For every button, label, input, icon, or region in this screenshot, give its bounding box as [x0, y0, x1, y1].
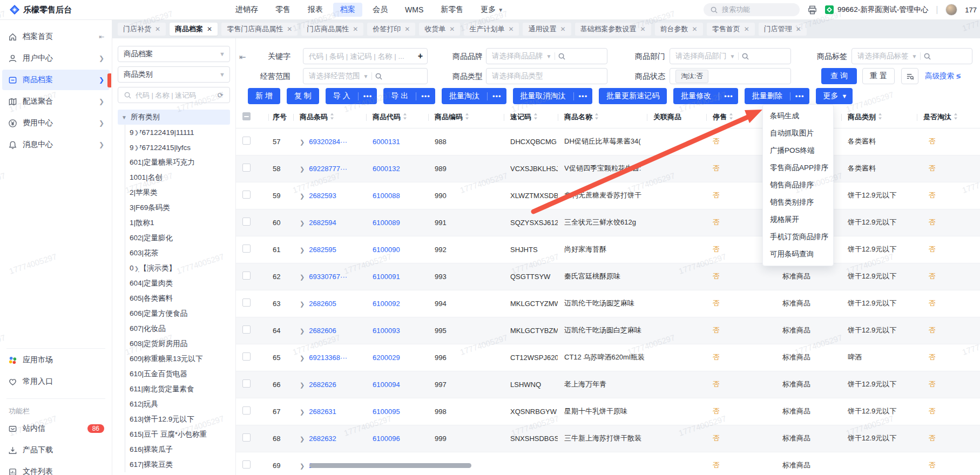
chevron-right-icon[interactable]: ❯	[133, 130, 140, 135]
close-icon[interactable]: ✕	[404, 25, 410, 33]
close-icon[interactable]: ✕	[155, 25, 160, 33]
menu-item-销售商品排序[interactable]: 销售商品排序	[763, 177, 833, 194]
barcode-link[interactable]: 69330767···	[309, 273, 347, 281]
nav-item-进销存[interactable]: 进销存	[228, 3, 265, 17]
code-link[interactable]: 6100095	[373, 408, 400, 416]
nav-item-更多[interactable]: 更多▼	[474, 3, 510, 17]
barcode-link[interactable]: 69228777···	[309, 165, 347, 173]
barcode-link[interactable]: 2682631	[309, 408, 336, 416]
tree-node[interactable]: ❯01|【演示类】	[130, 261, 230, 276]
tree-node[interactable]: 607|化妆品	[130, 321, 230, 336]
tree-node[interactable]: 606|定量方便食品	[130, 306, 230, 321]
tree-node[interactable]: 616|裸装瓜子	[130, 442, 230, 457]
row-checkbox[interactable]	[242, 379, 251, 388]
row-expand-icon[interactable]: ❯	[300, 382, 305, 388]
dept-select[interactable]: 请选择商品部门 ▼	[670, 48, 791, 64]
nav-item-零售[interactable]: 零售	[268, 3, 298, 17]
toolbar-button-批量取消淘汰[interactable]: 批量取消淘汰•••	[513, 88, 593, 104]
row-expand-icon[interactable]: ❯	[300, 139, 305, 145]
tree-node[interactable]: 2|苹果类	[130, 185, 230, 200]
nav-item-档案[interactable]: 档案	[333, 3, 362, 17]
sidebar-item-配送聚合[interactable]: 配送聚合❯	[0, 91, 112, 112]
row-checkbox[interactable]	[242, 137, 251, 145]
col-category[interactable]: 商品类别	[841, 106, 917, 128]
dimension-select[interactable]: 商品类别 ▼	[118, 66, 230, 83]
row-checkbox[interactable]	[242, 218, 251, 226]
menu-item-自动抓取图片[interactable]: 自动抓取图片	[763, 125, 833, 142]
menu-item-手机订货商品排序[interactable]: 手机订货商品排序	[763, 228, 833, 246]
collapse-sidebar-icon[interactable]: ⇤	[99, 33, 104, 40]
tab-零售门店商品属性[interactable]: 零售门店商品属性✕	[221, 23, 298, 36]
col-bianma[interactable]: 商品编码	[428, 106, 504, 128]
tab-门店管理[interactable]: 门店管理✕	[759, 23, 807, 36]
module-select[interactable]: 商品档案 ▼	[118, 46, 230, 62]
close-icon[interactable]: ✕	[640, 25, 646, 33]
code-link[interactable]: 6100089	[373, 219, 400, 227]
tree-search-input[interactable]	[136, 91, 212, 99]
tree-node[interactable]: 610|五金百货电器	[130, 367, 230, 382]
tab-生产计划单[interactable]: 生产计划单✕	[464, 23, 519, 36]
search-icon[interactable]	[375, 73, 382, 80]
avatar[interactable]	[945, 4, 957, 16]
more-options-icon[interactable]: •••	[416, 92, 435, 100]
col-name[interactable]: 商品名称	[558, 106, 647, 128]
tree-node[interactable]: 601|定量糖果巧克力	[130, 155, 230, 170]
tab-基础档案参数设置[interactable]: 基础档案参数设置✕	[575, 23, 651, 36]
sidebar-item-用户中心[interactable]: 用户中心❯	[0, 48, 112, 69]
brand-select[interactable]: 请选择商品品牌 ▼	[486, 48, 607, 64]
select-all-checkbox[interactable]	[242, 112, 251, 120]
chevron-down-icon[interactable]: ▼	[121, 114, 127, 120]
tree-node[interactable]: 3|F69条码类	[130, 200, 230, 215]
toolbar-button-新增[interactable]: 新 增	[248, 88, 280, 104]
toolbar-button-批量删除[interactable]: 批量删除•••	[745, 88, 809, 104]
nav-item-报表[interactable]: 报表	[301, 3, 330, 17]
tree-node[interactable]: 609|称重糖果13元以下	[130, 351, 230, 367]
search-icon[interactable]	[742, 53, 749, 60]
row-expand-icon[interactable]: ❯	[300, 166, 305, 172]
tree-node[interactable]: 603|花茶	[130, 246, 230, 261]
close-icon[interactable]: ✕	[744, 25, 749, 33]
reset-button[interactable]: 重 置	[862, 68, 895, 84]
code-link[interactable]: 6100093	[373, 327, 400, 335]
row-checkbox[interactable]	[242, 298, 251, 307]
barcode-link[interactable]: 2682595	[309, 246, 336, 254]
tab-门店补货[interactable]: 门店补货✕	[118, 23, 166, 36]
type-select[interactable]: 请选择商品类型	[486, 68, 607, 84]
sidebar-item-商品档案[interactable]: 商品档案❯	[2, 70, 110, 90]
close-icon[interactable]: ✕	[560, 25, 565, 33]
code-link[interactable]: 6200029	[373, 354, 400, 362]
barcode-link[interactable]: 2682605	[309, 300, 336, 308]
tab-商品档案[interactable]: 商品档案✕	[170, 23, 218, 36]
barcode-link[interactable]: 69213368···	[309, 354, 347, 362]
row-checkbox[interactable]	[242, 352, 251, 361]
keyword-add-icon[interactable]: +	[418, 51, 423, 61]
more-options-icon[interactable]: •••	[573, 92, 593, 100]
horizontal-scrollbar-thumb[interactable]	[309, 463, 471, 468]
close-icon[interactable]: ✕	[796, 25, 801, 33]
toolbar-button-导入[interactable]: 导 入•••	[326, 88, 377, 104]
toolbar-button-复制[interactable]: 复 制	[287, 88, 319, 104]
close-icon[interactable]: ✕	[207, 25, 212, 33]
code-link[interactable]: 6000131	[373, 138, 400, 146]
col-sjm[interactable]: 速记码	[504, 106, 558, 128]
more-button[interactable]: 更多▼	[816, 88, 853, 104]
toolbar-button-批量淘汰[interactable]: 批量淘汰•••	[442, 88, 506, 104]
close-icon[interactable]: ✕	[353, 25, 358, 33]
advanced-search-link[interactable]: 高级搜索 ≶	[925, 68, 961, 84]
refresh-icon[interactable]: ⟳	[215, 90, 225, 100]
tab-价签打印[interactable]: 价签打印✕	[367, 23, 415, 36]
search-icon[interactable]	[558, 53, 565, 60]
tree-node-root[interactable]: ▼所有类别	[118, 110, 230, 125]
row-expand-icon[interactable]: ❯	[300, 193, 305, 199]
sidebar-item-站内信[interactable]: 站内信86	[0, 418, 112, 439]
menu-item-可用条码查询[interactable]: 可用条码查询	[763, 246, 833, 263]
tab-门店商品属性[interactable]: 门店商品属性✕	[301, 23, 363, 36]
row-expand-icon[interactable]: ❯	[300, 220, 305, 226]
more-options-icon[interactable]: •••	[358, 92, 377, 100]
code-link[interactable]: 6100094	[373, 381, 400, 389]
tab-零售首页[interactable]: 零售首页✕	[707, 23, 755, 36]
nav-item-会员[interactable]: 会员	[366, 3, 395, 17]
status-select[interactable]: 淘汰:否	[670, 68, 791, 84]
toolbar-button-批量修改[interactable]: 批量修改•••	[673, 88, 738, 104]
col-barcode[interactable]: 商品条码	[293, 106, 366, 128]
